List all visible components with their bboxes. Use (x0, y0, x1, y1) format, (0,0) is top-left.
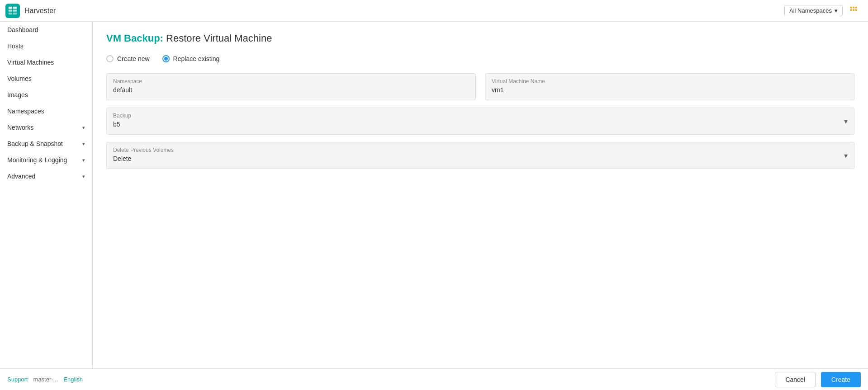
sidebar-item-hosts[interactable]: Hosts (0, 38, 92, 54)
namespace-value: default (113, 86, 469, 94)
vm-name-field[interactable]: Virtual Machine Name vm1 (485, 73, 854, 100)
replace-existing-option[interactable]: Replace existing (162, 55, 220, 62)
svg-rect-10 (855, 6, 857, 8)
delete-volumes-label: Delete Previous Volumes (113, 147, 844, 153)
chevron-down-icon: ▾ (82, 125, 85, 131)
namespace-selector[interactable]: All Namespaces ▾ (784, 5, 843, 16)
svg-rect-1 (13, 6, 17, 9)
page-title: VM Backup: Restore Virtual Machine (106, 33, 854, 44)
delete-volumes-value: Delete (113, 155, 844, 162)
svg-rect-5 (13, 12, 17, 14)
footer-left: Support master-... English (7, 376, 83, 383)
sidebar-item-virtual-machines[interactable]: Virtual Machines (0, 54, 92, 70)
support-link[interactable]: Support (7, 376, 28, 383)
topbar-left: Harvester (5, 4, 56, 18)
sidebar-item-advanced[interactable]: Advanced ▾ (0, 168, 92, 184)
backup-field-inner: Backup b5 (113, 113, 844, 128)
delete-volumes-field-inner: Delete Previous Volumes Delete (113, 147, 844, 162)
delete-volumes-field[interactable]: Delete Previous Volumes Delete ▾ (106, 142, 854, 169)
sidebar-item-backup-snapshot[interactable]: Backup & Snapshot ▾ (0, 136, 92, 152)
chevron-down-icon: ▾ (82, 157, 85, 163)
svg-rect-6 (850, 6, 852, 8)
svg-rect-11 (855, 9, 857, 11)
namespace-selector-label: All Namespaces (789, 7, 832, 14)
svg-rect-4 (9, 12, 12, 14)
svg-rect-2 (9, 9, 12, 12)
cancel-button[interactable]: Cancel (775, 372, 816, 387)
create-new-radio[interactable] (106, 55, 114, 62)
replace-existing-radio[interactable] (162, 55, 170, 62)
topbar: Harvester All Namespaces ▾ (0, 0, 868, 22)
chevron-down-icon: ▾ (82, 141, 85, 147)
app-title: Harvester (24, 7, 56, 15)
vm-name-label: Virtual Machine Name (492, 78, 848, 85)
footer-right: Cancel Create (775, 372, 861, 387)
backup-dropdown-arrow: ▾ (844, 117, 848, 126)
backup-value: b5 (113, 121, 844, 128)
create-button[interactable]: Create (821, 372, 861, 387)
grid-icon-button[interactable] (846, 3, 863, 19)
namespace-vmname-row: Namespace default Virtual Machine Name v… (106, 73, 854, 100)
chevron-down-icon: ▾ (82, 174, 85, 179)
svg-rect-8 (850, 9, 852, 11)
namespace-field[interactable]: Namespace default (106, 73, 476, 100)
create-new-label: Create new (117, 55, 150, 62)
svg-rect-7 (853, 6, 854, 8)
app-logo[interactable] (5, 4, 20, 18)
backup-label: Backup (113, 113, 844, 119)
svg-rect-9 (853, 9, 854, 11)
delete-volumes-dropdown-arrow: ▾ (844, 151, 848, 160)
sidebar-item-dashboard[interactable]: Dashboard (0, 22, 92, 38)
backup-field[interactable]: Backup b5 ▾ (106, 108, 854, 135)
svg-rect-0 (9, 6, 12, 9)
namespace-label: Namespace (113, 78, 469, 85)
version-label: master-... (33, 376, 58, 383)
sidebar-item-networks[interactable]: Networks ▾ (0, 119, 92, 136)
sidebar-item-images[interactable]: Images (0, 87, 92, 103)
vm-name-value: vm1 (492, 86, 848, 94)
footer: Support master-... English Cancel Create (0, 368, 868, 390)
svg-rect-3 (13, 9, 17, 12)
language-link[interactable]: English (63, 376, 83, 383)
sidebar-item-namespaces[interactable]: Namespaces (0, 103, 92, 119)
sidebar-item-monitoring-logging[interactable]: Monitoring & Logging ▾ (0, 152, 92, 168)
namespace-selector-chevron: ▾ (835, 7, 838, 14)
main-layout: Dashboard Hosts Virtual Machines Volumes… (0, 22, 868, 368)
sidebar: Dashboard Hosts Virtual Machines Volumes… (0, 22, 93, 368)
topbar-right: All Namespaces ▾ (784, 3, 863, 19)
sidebar-item-volumes[interactable]: Volumes (0, 70, 92, 87)
replace-existing-label: Replace existing (173, 55, 220, 62)
create-new-option[interactable]: Create new (106, 55, 150, 62)
main-content: VM Backup: Restore Virtual Machine Creat… (93, 22, 868, 368)
restore-mode-radio-group: Create new Replace existing (106, 55, 854, 62)
